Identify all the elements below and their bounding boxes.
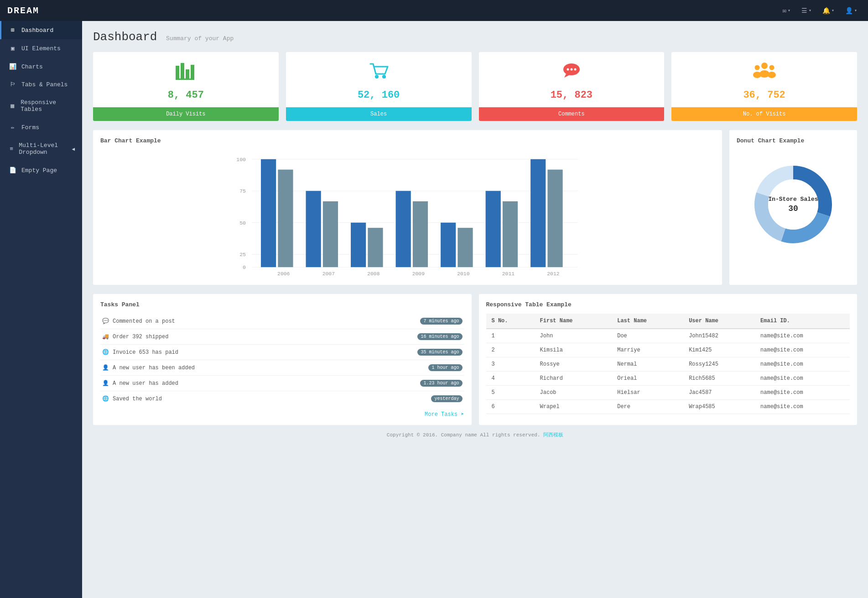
- task-badge-1: 7 minutes ago: [420, 318, 462, 325]
- th-email: Email ID.: [755, 314, 850, 329]
- table-cell: Kim1425: [683, 343, 755, 357]
- user-task-icon-1: 👤: [102, 364, 109, 371]
- stat-card-visits: 36, 752 No. of Visits: [671, 52, 857, 121]
- table-cell: 4: [486, 372, 535, 386]
- tabs-icon: 🏳: [9, 81, 17, 88]
- task-item-left-4: 👤 A new user has been added: [102, 364, 195, 371]
- table-cell: 1: [486, 329, 535, 343]
- svg-rect-0: [176, 66, 179, 79]
- svg-rect-41: [457, 228, 473, 267]
- stat-label-daily: Daily Visits: [93, 107, 279, 121]
- sidebar-label-ui: UI Elements: [21, 45, 61, 52]
- table-cell: Dere: [612, 400, 683, 414]
- donut-chart-card: Donut Chart Example In-St: [729, 130, 857, 285]
- task-item-left-1: 💬 Commented on a post: [102, 318, 175, 325]
- svg-rect-44: [503, 201, 518, 267]
- sidebar-item-forms[interactable]: ✏ Forms: [0, 118, 82, 136]
- comment-icon: [483, 61, 660, 86]
- svg-rect-38: [413, 201, 428, 267]
- table-row: 2KimsilaMarriyeKim1425name@site.com: [486, 343, 850, 357]
- dropdown-icon: ≡: [9, 146, 14, 152]
- th-firstname: First Name: [535, 314, 612, 329]
- svg-text:2010: 2010: [457, 271, 470, 277]
- responsive-table: S No. First Name Last Name User Name Ema…: [486, 314, 850, 414]
- sidebar-item-charts[interactable]: 📊 Charts: [0, 58, 82, 76]
- more-tasks-link[interactable]: More Tasks ➤: [100, 411, 464, 418]
- table-row: 4RichardOriealRich5685name@site.com: [486, 372, 850, 386]
- charts-row: Bar Chart Example 100 75 50 25: [93, 130, 857, 285]
- bell-icon-btn[interactable]: 🔔 ▾: [819, 5, 838, 16]
- footer-text: Copyright © 2016. Company name All right…: [387, 432, 541, 438]
- user-icon-btn[interactable]: 👤 ▾: [842, 5, 861, 16]
- bar-chart-svg: 100 75 50 25 0 2006 2007: [100, 150, 715, 278]
- table-cell: Jac4587: [683, 386, 755, 400]
- sidebar-item-dropdown[interactable]: ≡ Multi-Level Dropdown ◀: [0, 136, 82, 161]
- task-badge-4: 1 hour ago: [428, 364, 462, 371]
- stat-cards: 8, 457 Daily Visits 52, 160 Sales: [93, 52, 857, 121]
- bar-chart-title: Bar Chart Example: [100, 137, 715, 144]
- stat-card-body-2: 52, 160: [286, 52, 472, 107]
- task-item-left-6: 🌐 Saved the world: [102, 395, 162, 402]
- stat-card-comments: 15, 823 Comments: [479, 52, 665, 121]
- bottom-row: Tasks Panel 💬 Commented on a post 7 minu…: [93, 294, 857, 425]
- table-cell: name@site.com: [755, 372, 850, 386]
- task-item-left-2: 🚚 Order 392 shipped: [102, 333, 168, 340]
- task-item-1: 💬 Commented on a post 7 minutes ago: [100, 314, 464, 329]
- page-footer: Copyright © 2016. Company name All right…: [93, 425, 857, 445]
- table-cell: Doe: [612, 329, 683, 343]
- svg-point-14: [754, 65, 759, 70]
- topnav-icons: ✉ ▾ ☰ ▾ 🔔 ▾ 👤 ▾: [779, 5, 861, 16]
- th-username: User Name: [683, 314, 755, 329]
- svg-rect-3: [191, 65, 194, 79]
- svg-rect-32: [323, 201, 338, 267]
- svg-rect-28: [261, 159, 276, 267]
- table-cell: name@site.com: [755, 357, 850, 372]
- table-cell: Wrap4585: [683, 400, 755, 414]
- svg-point-12: [761, 63, 768, 69]
- svg-point-5: [375, 75, 379, 79]
- table-row: 1JohnDoeJohn15482name@site.com: [486, 329, 850, 343]
- task-badge-5: 1.23 hour ago: [420, 380, 462, 387]
- dashboard-icon: ⊞: [9, 26, 17, 34]
- svg-text:In-Store Sales: In-Store Sales: [768, 196, 818, 203]
- sidebar-item-tables[interactable]: ▦ Responsive Tables: [0, 94, 82, 118]
- sidebar-item-empty[interactable]: 📄 Empty Page: [0, 161, 82, 179]
- sidebar-item-dashboard[interactable]: ⊞ Dashboard: [0, 21, 82, 39]
- table-cell: Kimsila: [535, 343, 612, 357]
- task-text-1: Commented on a post: [113, 318, 175, 325]
- task-item-3: 🌐 Invoice 653 has paid 35 minutes ago: [100, 345, 464, 360]
- menu-icon-btn[interactable]: ☰ ▾: [798, 5, 815, 16]
- th-lastname: Last Name: [612, 314, 683, 329]
- table-cell: Nermal: [612, 357, 683, 372]
- task-badge-6: yesterday: [431, 395, 462, 402]
- stat-label-sales: Sales: [286, 107, 472, 121]
- svg-rect-47: [547, 170, 562, 268]
- task-item-5: 👤 A new user has added 1.23 hour ago: [100, 376, 464, 391]
- sidebar-item-tabs[interactable]: 🏳 Tabs & Panels: [0, 76, 82, 94]
- table-cell: 5: [486, 386, 535, 400]
- table-card: Responsive Table Example S No. First Nam…: [479, 294, 858, 425]
- sidebar: ⊞ Dashboard ▣ UI Elements 📊 Charts 🏳 Tab…: [0, 21, 82, 598]
- svg-text:2011: 2011: [502, 271, 515, 277]
- stat-number-comments: 15, 823: [483, 89, 660, 101]
- tasks-list: 💬 Commented on a post 7 minutes ago 🚚 Or…: [100, 314, 464, 406]
- sidebar-label-dropdown: Multi-Level Dropdown: [19, 142, 67, 156]
- chevron-left-icon: ◀: [72, 146, 75, 152]
- stat-card-body-4: 36, 752: [671, 52, 857, 107]
- footer-link[interactable]: 阿西模板: [543, 432, 563, 438]
- sidebar-item-ui-elements[interactable]: ▣ UI Elements: [0, 39, 82, 58]
- task-text-4: A new user has been added: [113, 365, 195, 371]
- svg-rect-2: [186, 69, 189, 79]
- main-content: Dashboard Summary of your App: [82, 21, 868, 598]
- sidebar-label-tables: Responsive Tables: [21, 99, 75, 113]
- mail-icon-btn[interactable]: ✉ ▾: [779, 5, 794, 16]
- svg-rect-43: [486, 191, 501, 267]
- ui-icon: ▣: [9, 45, 17, 52]
- table-row: 3RossyeNermalRossy1245name@site.com: [486, 357, 850, 372]
- stat-card-body-1: 8, 457: [93, 52, 279, 107]
- svg-rect-37: [396, 191, 411, 267]
- page-subtitle: Summary of your App: [166, 35, 234, 42]
- table-cell: 2: [486, 343, 535, 357]
- svg-rect-31: [306, 191, 321, 267]
- stat-card-body-3: 15, 823: [479, 52, 665, 107]
